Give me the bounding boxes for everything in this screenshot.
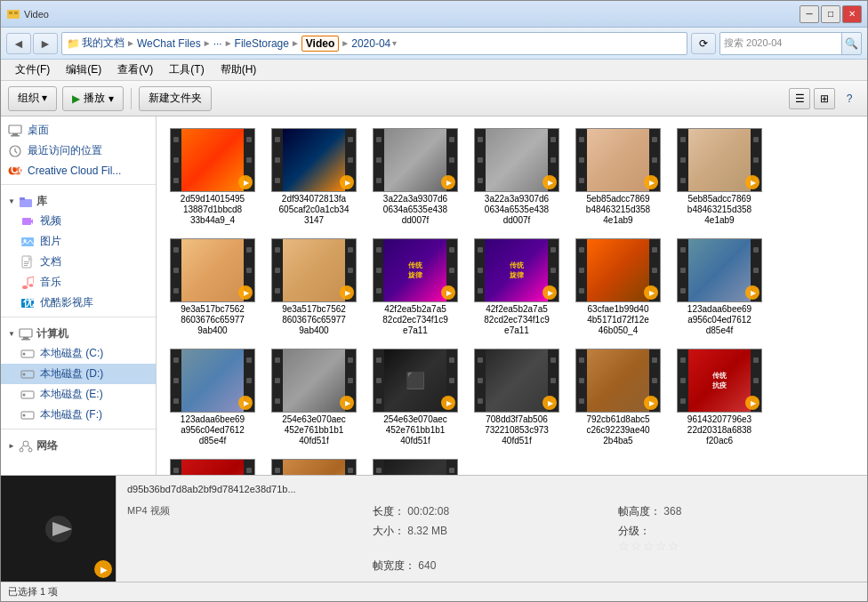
sidebar-item-youku[interactable]: 优酷 优酷影视库: [1, 293, 156, 313]
view-grid-button[interactable]: ⊞: [814, 88, 835, 109]
bc-video[interactable]: Video: [301, 36, 339, 52]
list-item[interactable]: ▶ 9e3a517bc75628603676c659779ab400: [164, 234, 261, 341]
bc-dots[interactable]: ···: [213, 37, 222, 50]
network-expand-icon: ►: [8, 442, 15, 450]
sidebar-label-videos: 视频: [40, 213, 61, 229]
list-item[interactable]: 传统旋律 ▶ 42f2ea5b2a7a582cd2ec734f1c9e7a11: [366, 234, 464, 341]
bc-mydocs[interactable]: 我的文档: [82, 36, 125, 51]
toolbar-separator: [131, 88, 132, 109]
svg-rect-18: [24, 263, 28, 264]
svg-point-36: [20, 448, 23, 452]
list-item[interactable]: 了 ▶ a8aeb36ecee949662abb08f2bca1f046: [366, 454, 464, 475]
view-list-button[interactable]: ☰: [789, 88, 810, 109]
drive-f-icon: [20, 408, 35, 422]
status-duration-cell: 长度： 00:02:08: [373, 504, 611, 521]
play-arrow-icon: ▾: [108, 92, 114, 105]
list-item[interactable]: ▶ 3a22a3a9307d60634a6535e438dd007f: [366, 124, 464, 230]
list-item[interactable]: ▶ 123adaa6bee69a956c04ed7612d85e4f: [671, 234, 768, 341]
sidebar-item-documents[interactable]: 文档: [1, 252, 156, 272]
sidebar-item-drive-e[interactable]: 本地磁盘 (E:): [1, 384, 156, 405]
list-item[interactable]: 传统抗疫 ▶ 96143207796e322d20318a6838f20ac6: [164, 454, 261, 475]
content-area[interactable]: ▶ 2d59d1401549513887d1bbcd833b44a9_4 ▶ 2…: [157, 116, 867, 475]
thumbnail: ▶: [677, 128, 762, 192]
sidebar-item-drive-c[interactable]: 本地磁盘 (C:): [1, 343, 156, 364]
new-folder-label: 新建文件夹: [149, 91, 202, 106]
toolbar: 组织 ▾ ▶ 播放 ▾ 新建文件夹 ☰ ⊞ ?: [1, 81, 867, 116]
sidebar-group-library[interactable]: ▼ 库: [1, 189, 156, 211]
new-folder-button[interactable]: 新建文件夹: [139, 86, 212, 111]
sidebar-label-drive-c: 本地磁盘 (C:): [40, 346, 103, 361]
thumbnail: 传统抗疫 ▶: [677, 349, 762, 413]
main-area: 桌面 最近访问的位置 Cc Creative Cloud Fil... ▼ 库 …: [1, 116, 867, 475]
sidebar-item-desktop[interactable]: 桌面: [1, 120, 156, 140]
sidebar-item-drive-f[interactable]: 本地磁盘 (F:): [1, 405, 156, 425]
list-item[interactable]: ▶ 2df934072813fa605caf2c0a1cb343147: [265, 124, 363, 230]
maximize-button[interactable]: □: [821, 5, 840, 23]
list-item[interactable]: ▶ 123adaa6bee69a956c04ed7612d85e4f: [164, 344, 261, 451]
status-frame-value: 368: [663, 505, 681, 518]
sidebar-item-recent[interactable]: 最近访问的位置: [1, 140, 156, 161]
menu-view[interactable]: 查看(V): [110, 60, 160, 79]
svg-rect-10: [20, 199, 32, 207]
minimize-button[interactable]: ─: [800, 5, 819, 23]
status-duration-value: 00:02:08: [407, 505, 449, 518]
bc-date[interactable]: 2020-04: [351, 37, 390, 50]
sidebar-item-images[interactable]: 图片: [1, 231, 156, 252]
sidebar-item-cc[interactable]: Cc Creative Cloud Fil...: [1, 161, 156, 181]
list-item[interactable]: ▶ 708dd3f7ab506732210853c97340fd51f: [468, 344, 566, 451]
list-item[interactable]: ▶ 792cb61d8abc5c26c92239ae402b4ba5: [569, 344, 667, 451]
list-item[interactable]: ⬛ ▶ 254e63e070aec452e761bb1b140fd51f: [366, 344, 464, 451]
computer-group-label: 计算机: [36, 326, 68, 341]
sidebar: 桌面 最近访问的位置 Cc Creative Cloud Fil... ▼ 库 …: [1, 116, 157, 475]
thumbnail: ▶: [170, 238, 255, 302]
list-item[interactable]: ▶ 5eb85adcc7869b48463215d3584e1ab9: [569, 124, 667, 230]
status-frame-cell: 帧高度： 368: [618, 504, 856, 521]
bc-sep5: ►: [341, 38, 350, 48]
search-input[interactable]: [720, 38, 841, 49]
bc-wechat[interactable]: WeChat Files: [137, 37, 201, 50]
play-button[interactable]: ▶ 播放 ▾: [62, 86, 124, 111]
organize-button[interactable]: 组织 ▾: [8, 86, 57, 111]
svg-rect-3: [9, 125, 21, 133]
title-bar-left: Video: [6, 7, 49, 21]
thumbnail: ▶: [474, 349, 559, 413]
search-box: 🔍: [719, 32, 862, 55]
list-item[interactable]: 传统旋律 ▶ 42f2ea5b2a7a582cd2ec734f1c9e7a11: [468, 234, 566, 341]
list-item[interactable]: ▶ 9e3a517bc75628603676c659779ab400: [265, 234, 363, 341]
status-play-button[interactable]: ▶: [94, 560, 112, 578]
thumbnail: ▶: [575, 349, 661, 413]
back-button[interactable]: ◄: [6, 33, 31, 54]
list-item[interactable]: ▶ 5eb85adcc7869b48463215d3584e1ab9: [671, 124, 768, 230]
svg-line-38: [21, 445, 24, 448]
svg-point-21: [29, 284, 34, 287]
star-1: ☆: [618, 539, 630, 553]
view-help-button[interactable]: ?: [839, 88, 860, 109]
window-title: Video: [24, 9, 49, 20]
sidebar-group-network[interactable]: ► 网络: [1, 433, 156, 455]
address-bar: ◄ ► 📁 我的文档 ► WeChat Files ► ··· ► FileSt…: [1, 28, 867, 60]
svg-rect-11: [20, 197, 25, 200]
sidebar-item-videos[interactable]: 视频: [1, 211, 156, 231]
bc-filestorage[interactable]: FileStorage: [235, 37, 289, 50]
menu-tools[interactable]: 工具(T): [162, 60, 211, 79]
sidebar-group-computer[interactable]: ▼ 计算机: [1, 321, 156, 343]
star-2: ☆: [631, 539, 642, 553]
search-button[interactable]: 🔍: [841, 33, 861, 54]
list-item[interactable]: ▶ 63cfae1b99d404b5171d72f12e46b050_4: [569, 234, 667, 341]
refresh-button[interactable]: ⟳: [691, 33, 716, 54]
svg-point-32: [23, 393, 26, 396]
list-item[interactable]: ▶ 2d59d1401549513887d1bbcd833b44a9_4: [164, 124, 261, 230]
drive-d-icon: [20, 367, 35, 381]
menu-edit[interactable]: 编辑(E): [59, 60, 108, 79]
close-button[interactable]: ✕: [842, 5, 862, 23]
list-item[interactable]: 🍱 ▶ a8aeb36ecee949662abb08f2bca1f046: [265, 454, 363, 475]
list-item[interactable]: ▶ 3a22a3a9307d60634a6535e438dd007f: [468, 124, 566, 230]
menu-file[interactable]: 文件(F): [8, 60, 57, 79]
status-width-label: 帧宽度：: [373, 559, 415, 572]
list-item[interactable]: 传统抗疫 ▶ 96143207796e322d20318a6838f20ac6: [671, 344, 768, 451]
menu-help[interactable]: 帮助(H): [213, 60, 264, 79]
forward-button[interactable]: ►: [33, 33, 58, 54]
list-item[interactable]: ▶ 254e63e070aec452e761bb1b140fd51f: [265, 344, 363, 451]
sidebar-item-music[interactable]: 音乐: [1, 272, 156, 293]
sidebar-item-drive-d[interactable]: 本地磁盘 (D:): [1, 364, 156, 384]
